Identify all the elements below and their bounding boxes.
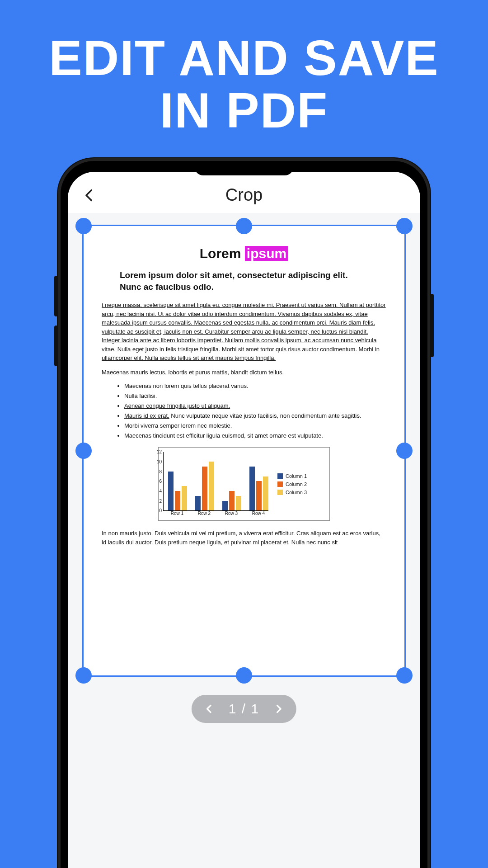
volume-down-button <box>54 326 58 366</box>
list-item: Maecenas non lorem quis tellus placerat … <box>124 381 386 391</box>
page-indicator: 1 / 1 <box>192 695 296 723</box>
document-bullet-list: Maecenas non lorem quis tellus placerat … <box>102 381 386 441</box>
chart-bar <box>263 476 268 511</box>
page-next-button[interactable] <box>273 703 285 715</box>
legend-label: Column 2 <box>286 481 307 487</box>
legend-swatch <box>277 490 283 495</box>
list-item: Maecenas tincidunt est efficitur ligula … <box>124 431 386 441</box>
phone-frame: Crop Lorem ipsum Lorem ipsum dolor sit a… <box>58 158 430 868</box>
chevron-left-icon <box>82 188 97 203</box>
list-item: Morbi viverra semper lorem nec molestie. <box>124 421 386 431</box>
phone-screen: Crop Lorem ipsum Lorem ipsum dolor sit a… <box>68 172 420 868</box>
chevron-left-icon <box>203 703 215 715</box>
chart-bar-group <box>168 472 187 511</box>
list-item: Aenean congue fringilla justo ut aliquam… <box>124 401 386 411</box>
back-button[interactable] <box>80 186 99 204</box>
crop-workspace: Lorem ipsum Lorem ipsum dolor sit amet, … <box>68 213 420 868</box>
document-title: Lorem ipsum <box>102 246 386 261</box>
document-paragraph: t neque massa, scelerisque sit amet ligu… <box>102 301 386 363</box>
document-chart: 121086420 Row 1Row 2Row 3Row 4 Column 1C… <box>158 447 330 521</box>
chart-bar <box>168 472 174 511</box>
chart-bar <box>249 467 255 511</box>
legend-swatch <box>277 481 283 487</box>
chart-y-tick: 2 <box>153 499 162 504</box>
crop-rectangle[interactable]: Lorem ipsum Lorem ipsum dolor sit amet, … <box>82 225 406 677</box>
chart-legend: Column 1Column 2Column 3 <box>277 452 307 516</box>
chart-bar-group <box>195 462 214 510</box>
chart-bar-group <box>222 491 241 510</box>
chart-bar <box>236 496 241 511</box>
chart-legend-item: Column 1 <box>277 473 307 479</box>
promo-headline: EDIT AND SAVE IN PDF <box>0 0 488 136</box>
legend-swatch <box>277 473 283 479</box>
chart-bar <box>256 481 262 510</box>
screen-title: Crop <box>99 185 389 205</box>
chart-legend-item: Column 3 <box>277 490 307 495</box>
chart-bar-group <box>249 467 268 511</box>
chart-bar <box>182 486 187 510</box>
chart-y-tick: 10 <box>153 459 162 464</box>
chart-y-tick: 12 <box>153 449 162 454</box>
chevron-right-icon <box>273 703 285 715</box>
page-count: 1 / 1 <box>229 701 259 717</box>
list-item: Nulla facilisi. <box>124 391 386 401</box>
document-subheading: Lorem ipsum dolor sit amet, consectetur … <box>120 269 368 292</box>
list-item: Mauris id ex erat. Nunc vulputate neque … <box>124 411 386 421</box>
chart-bar <box>229 491 235 510</box>
chart-x-labels: Row 1Row 2Row 3Row 4 <box>163 511 268 516</box>
phone-notch <box>194 163 294 175</box>
document-preview: Lorem ipsum Lorem ipsum dolor sit amet, … <box>84 226 404 675</box>
chart-bar <box>175 491 180 510</box>
document-footer-paragraph: In non mauris justo. Duis vehicula mi ve… <box>102 529 386 547</box>
chart-x-tick: Row 4 <box>249 511 268 516</box>
promo-line-1: EDIT AND SAVE <box>0 32 488 84</box>
app-header: Crop <box>68 172 420 213</box>
chart-bar <box>222 501 228 511</box>
legend-label: Column 1 <box>286 473 307 479</box>
document-line: Maecenas mauris lectus, lobortis et puru… <box>102 369 386 376</box>
page-prev-button[interactable] <box>203 703 215 715</box>
power-button <box>430 294 434 357</box>
chart-x-tick: Row 1 <box>168 511 187 516</box>
legend-label: Column 3 <box>286 490 307 495</box>
promo-line-2: IN PDF <box>0 84 488 137</box>
chart-y-axis: 121086420 <box>153 449 162 513</box>
chart-bar <box>209 462 214 510</box>
doc-title-plain: Lorem <box>200 246 245 261</box>
chart-legend-item: Column 2 <box>277 481 307 487</box>
chart-y-tick: 0 <box>153 508 162 513</box>
doc-title-highlight: ipsum <box>245 246 288 261</box>
chart-plot-area: 121086420 <box>163 452 268 511</box>
volume-up-button <box>54 276 58 316</box>
chart-bar <box>195 496 201 511</box>
chart-x-tick: Row 3 <box>222 511 241 516</box>
chart-y-tick: 6 <box>153 479 162 484</box>
chart-y-tick: 8 <box>153 469 162 474</box>
chart-bar <box>202 467 207 511</box>
chart-x-tick: Row 2 <box>195 511 214 516</box>
chart-y-tick: 4 <box>153 489 162 494</box>
